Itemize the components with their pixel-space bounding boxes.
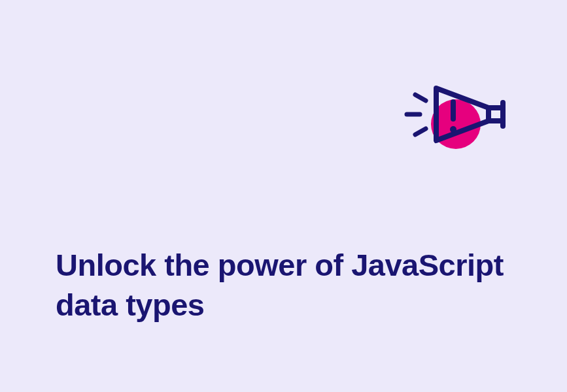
megaphone-icon: [397, 72, 515, 163]
svg-line-6: [415, 95, 426, 101]
svg-line-7: [415, 129, 426, 135]
page-headline: Unlock the power of JavaScript data type…: [56, 245, 567, 325]
svg-point-4: [450, 126, 456, 133]
